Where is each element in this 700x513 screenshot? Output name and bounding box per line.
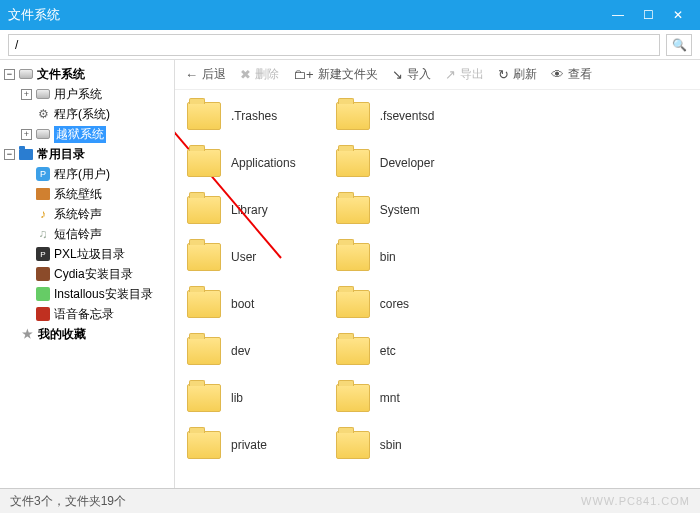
tree-label: 程序(用户) xyxy=(54,166,110,183)
tree-item-voicememo[interactable]: 语音备忘录 xyxy=(0,304,174,324)
button-label: 后退 xyxy=(202,66,226,83)
folder-item[interactable]: sbin xyxy=(336,429,435,461)
tree-item-program-user[interactable]: P 程序(用户) xyxy=(0,164,174,184)
folder-icon xyxy=(187,290,221,318)
maximize-button[interactable]: ☐ xyxy=(634,5,662,25)
refresh-icon: ↻ xyxy=(498,67,509,82)
folder-name: dev xyxy=(231,344,250,358)
folder-icon xyxy=(187,196,221,224)
collapse-icon[interactable]: − xyxy=(4,149,15,160)
disk-icon xyxy=(35,126,51,142)
tree-label: 常用目录 xyxy=(37,146,85,163)
minimize-button[interactable]: ― xyxy=(604,5,632,25)
folder-item[interactable]: Library xyxy=(187,194,296,226)
refresh-button[interactable]: ↻ 刷新 xyxy=(498,66,537,83)
folder-item[interactable]: dev xyxy=(187,335,296,367)
folder-name: Developer xyxy=(380,156,435,170)
folder-icon xyxy=(187,149,221,177)
folder-icon xyxy=(187,337,221,365)
new-folder-button[interactable]: 🗀+ 新建文件夹 xyxy=(293,66,378,83)
folder-item[interactable]: User xyxy=(187,241,296,273)
tree-item-pxl[interactable]: P PXL垃圾目录 xyxy=(0,244,174,264)
delete-button[interactable]: ✖ 删除 xyxy=(240,66,279,83)
folder-icon xyxy=(187,431,221,459)
folder-item[interactable]: Applications xyxy=(187,147,296,179)
folder-icon xyxy=(336,290,370,318)
folder-item[interactable]: mnt xyxy=(336,382,435,414)
tree-node-favorites[interactable]: ★ 我的收藏 xyxy=(0,324,174,344)
button-label: 查看 xyxy=(568,66,592,83)
collapse-icon[interactable]: − xyxy=(4,69,15,80)
expand-icon[interactable]: + xyxy=(21,129,32,140)
title-bar: 文件系统 ― ☐ ✕ xyxy=(0,0,700,30)
tree-node-program-system[interactable]: ⚙ 程序(系统) xyxy=(0,104,174,124)
folder-icon xyxy=(187,243,221,271)
content-pane: ← 后退 ✖ 删除 🗀+ 新建文件夹 ↘ 导入 ↗ 导出 ↻ 刷新 xyxy=(175,60,700,488)
view-button[interactable]: 👁 查看 xyxy=(551,66,592,83)
tree-label: 短信铃声 xyxy=(54,226,102,243)
folder-item[interactable]: Developer xyxy=(336,147,435,179)
disk-icon xyxy=(35,86,51,102)
expand-icon[interactable]: + xyxy=(21,89,32,100)
picture-icon xyxy=(35,186,51,202)
folder-item[interactable]: lib xyxy=(187,382,296,414)
folder-item[interactable]: etc xyxy=(336,335,435,367)
folder-item[interactable]: bin xyxy=(336,241,435,273)
folder-column-1: .Trashes Applications Library User boot … xyxy=(187,100,296,461)
new-folder-icon: 🗀+ xyxy=(293,67,314,82)
folder-item[interactable]: .Trashes xyxy=(187,100,296,132)
record-icon xyxy=(35,306,51,322)
search-button[interactable]: 🔍 xyxy=(666,34,692,56)
folder-name: sbin xyxy=(380,438,402,452)
app-icon: P xyxy=(35,166,51,182)
button-label: 导入 xyxy=(407,66,431,83)
import-button[interactable]: ↘ 导入 xyxy=(392,66,431,83)
button-label: 删除 xyxy=(255,66,279,83)
path-bar: 🔍 xyxy=(0,30,700,60)
export-button[interactable]: ↗ 导出 xyxy=(445,66,484,83)
folder-item[interactable]: .fseventsd xyxy=(336,100,435,132)
watermark-text: WWW.PC841.COM xyxy=(581,495,690,507)
folder-name: cores xyxy=(380,297,409,311)
tree-root-filesystem[interactable]: − 文件系统 xyxy=(0,64,174,84)
path-input[interactable] xyxy=(8,34,660,56)
folder-item[interactable]: private xyxy=(187,429,296,461)
folder-item[interactable]: boot xyxy=(187,288,296,320)
tree-label: Installous安装目录 xyxy=(54,286,153,303)
tree-item-sms-tone[interactable]: ♫ 短信铃声 xyxy=(0,224,174,244)
close-button[interactable]: ✕ xyxy=(664,5,692,25)
folder-icon xyxy=(336,337,370,365)
toolbar: ← 后退 ✖ 删除 🗀+ 新建文件夹 ↘ 导入 ↗ 导出 ↻ 刷新 xyxy=(175,60,700,90)
tree-label: 文件系统 xyxy=(37,66,85,83)
tree-node-common-dir[interactable]: − 常用目录 xyxy=(0,144,174,164)
tree-node-user-system[interactable]: + 用户系统 xyxy=(0,84,174,104)
back-arrow-icon: ← xyxy=(185,67,198,82)
tree-item-ringtone[interactable]: ♪ 系统铃声 xyxy=(0,204,174,224)
folder-item[interactable]: System xyxy=(336,194,435,226)
import-icon: ↘ xyxy=(392,67,403,82)
folder-column-2: .fseventsd Developer System bin cores et… xyxy=(336,100,435,461)
back-button[interactable]: ← 后退 xyxy=(185,66,226,83)
folder-name: bin xyxy=(380,250,396,264)
folder-item[interactable]: cores xyxy=(336,288,435,320)
button-label: 刷新 xyxy=(513,66,537,83)
tree-label: PXL垃圾目录 xyxy=(54,246,125,263)
gear-icon: ⚙ xyxy=(35,106,51,122)
folder-icon xyxy=(336,384,370,412)
tree-item-installous[interactable]: Installous安装目录 xyxy=(0,284,174,304)
folder-name: private xyxy=(231,438,267,452)
export-icon: ↗ xyxy=(445,67,456,82)
folder-name: System xyxy=(380,203,420,217)
tree-label: Cydia安装目录 xyxy=(54,266,133,283)
tree-node-jailbreak-system[interactable]: + 越狱系统 xyxy=(0,124,174,144)
tree-label: 我的收藏 xyxy=(38,326,86,343)
pxl-icon: P xyxy=(35,246,51,262)
tree-item-cydia[interactable]: Cydia安装目录 xyxy=(0,264,174,284)
folder-icon xyxy=(187,102,221,130)
folder-icon xyxy=(336,431,370,459)
folder-name: Applications xyxy=(231,156,296,170)
star-icon: ★ xyxy=(19,326,35,342)
tree-item-wallpaper[interactable]: 系统壁纸 xyxy=(0,184,174,204)
folder-name: etc xyxy=(380,344,396,358)
music-note-icon: ♪ xyxy=(35,206,51,222)
